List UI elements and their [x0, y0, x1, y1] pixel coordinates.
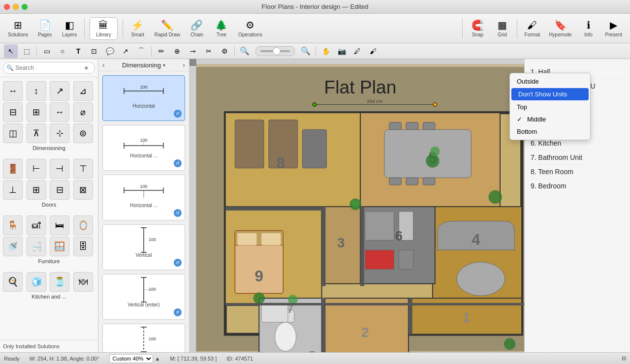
status-id: ID: 474571 [226, 356, 253, 362]
arrow-tool[interactable]: ↗ [119, 44, 132, 58]
room-9[interactable]: 9. Bedroom [531, 179, 624, 193]
kitchen-item-1[interactable]: 🍳 [3, 272, 23, 292]
rect-tool[interactable]: ▭ [40, 44, 54, 58]
dim-item-3[interactable]: ↗ [50, 81, 69, 101]
dim-item-8[interactable]: ⌀ [73, 102, 93, 122]
toolbar-tree[interactable]: 🌲 Tree [210, 17, 233, 39]
dim-item-5[interactable]: ⊟ [3, 102, 23, 122]
door-item-4[interactable]: ⊤ [73, 159, 93, 179]
textbox-tool[interactable]: ⊡ [87, 44, 101, 58]
toolbar-layers[interactable]: ◧ Layers [58, 17, 81, 39]
dim-item-12[interactable]: ⊚ [73, 123, 93, 143]
only-installed-button[interactable]: Only Installed Solutions [0, 340, 98, 352]
door-item-1[interactable]: 🚪 [3, 159, 23, 179]
zoom-plus-tool[interactable]: 🔍 [299, 44, 313, 58]
pan-tool[interactable]: ✋ [319, 44, 333, 58]
canvas-area[interactable]: Flat Plan 254 cm [189, 59, 524, 352]
pen-tool[interactable]: 🖊 [350, 44, 364, 58]
furn-item-1[interactable]: 🪑 [3, 215, 23, 235]
toolbar-library[interactable]: 🏛 Library [90, 17, 118, 40]
toolbar-operations[interactable]: ⚙ Operations [234, 17, 266, 39]
zoom-up-icon[interactable]: ▲ [155, 356, 160, 362]
kitchen-item-3[interactable]: 🫙 [50, 272, 69, 292]
furn-item-2[interactable]: 🛋 [27, 215, 46, 235]
dim-item-1[interactable]: ↔ [3, 81, 23, 101]
toolbar-present[interactable]: ▶ Present [601, 17, 626, 39]
dim-panel-vertical-enter[interactable]: 100 Vertical (enter) ↺ [102, 274, 185, 320]
pencil-tool[interactable]: ✏ [155, 44, 168, 58]
scissors-tool[interactable]: ✂ [202, 44, 216, 58]
panel-dropdown-arrow[interactable]: ▾ [163, 62, 165, 68]
door-item-5[interactable]: ⊥ [3, 180, 23, 200]
room-7[interactable]: 7. Bathroom Unit [531, 151, 624, 165]
door-item-7[interactable]: ⊟ [50, 180, 69, 200]
door-item-8[interactable]: ⊠ [73, 180, 93, 200]
minimize-button[interactable] [13, 4, 19, 10]
nav-next[interactable]: › [183, 61, 185, 69]
room-8[interactable]: 8. Teen Room [531, 165, 624, 179]
panel-toggle-icon[interactable]: ⊟ [622, 355, 626, 362]
text-tool[interactable]: T [71, 44, 85, 58]
brush-tool[interactable]: 🖌 [366, 44, 380, 58]
toolbar-grid[interactable]: ▦ Grid [490, 17, 514, 39]
zoom-select[interactable]: Custom 40% 25% 50% 75% 100% [109, 354, 153, 363]
furniture-grid: 🪑 🛋 🛏 🪞 🚿 🛁 🪟 🗄 [3, 215, 95, 256]
door-item-2[interactable]: ⊢ [27, 159, 46, 179]
furn-item-5[interactable]: 🚿 [3, 237, 23, 256]
menu-middle[interactable]: ✓ Middle [510, 113, 590, 125]
dim-panel-horizontal2[interactable]: 100 Horizontal ... ↺ [102, 125, 185, 171]
toolbar-solutions[interactable]: ⊞ Solutions [4, 17, 32, 39]
toolbar-snap[interactable]: 🧲 Snap [466, 17, 489, 39]
door-item-6[interactable]: ⊞ [27, 180, 46, 200]
dim-item-11[interactable]: ⊹ [50, 123, 69, 143]
dim-item-6[interactable]: ⊞ [27, 102, 46, 122]
callout-tool[interactable]: 💬 [103, 44, 117, 58]
maximize-button[interactable] [22, 4, 28, 10]
arc-tool[interactable]: ⌒ [134, 44, 148, 58]
furn-item-6[interactable]: 🛁 [27, 237, 46, 256]
furn-item-7[interactable]: 🪟 [50, 237, 69, 256]
dim-panel-vertical-dash[interactable]: 100 Vertical - ... ↺ [102, 324, 185, 352]
close-button[interactable] [4, 4, 10, 10]
toolbar-rapid-draw[interactable]: ✏️ Rapid Draw [151, 17, 184, 39]
dim-panel-horizontal3[interactable]: 100 Horizontal ... ↺ [102, 175, 185, 220]
dim-item-2[interactable]: ↕ [27, 81, 46, 101]
stamp-tool[interactable]: ⊕ [170, 44, 184, 58]
dim-item-10[interactable]: ⊼ [27, 123, 46, 143]
nav-prev[interactable]: ‹ [102, 61, 105, 69]
connect-tool[interactable]: ⊸ [186, 44, 200, 58]
camera-tool[interactable]: 📷 [335, 44, 348, 58]
toolbar-chain[interactable]: 🔗 Chain [185, 17, 209, 39]
toolbar-pages[interactable]: 📄 Pages [33, 17, 57, 39]
toolbar-smart[interactable]: ⚡ Smart [126, 17, 150, 39]
dim-item-4[interactable]: ⊿ [73, 81, 93, 101]
furn-item-3[interactable]: 🛏 [50, 215, 69, 235]
dim-panel-horizontal[interactable]: 100 Horizontal ↺ [102, 75, 185, 121]
dim-item-7[interactable]: ↔ [50, 102, 69, 122]
circle-tool[interactable]: ○ [56, 44, 69, 58]
search-input[interactable] [3, 62, 95, 74]
zoom-minus-tool[interactable]: 🔍 [238, 44, 252, 58]
menu-bottom[interactable]: Bottom [510, 125, 590, 138]
zoom-slider[interactable] [255, 46, 295, 56]
svg-text:1: 1 [463, 310, 470, 325]
furn-item-4[interactable]: 🪞 [73, 215, 93, 235]
furn-item-8[interactable]: 🗄 [73, 237, 93, 256]
zoom-control[interactable]: Custom 40% 25% 50% 75% 100% ▲ [109, 354, 160, 363]
multi-select-tool[interactable]: ⬚ [20, 44, 33, 58]
select-tool[interactable]: ↖ [4, 44, 18, 58]
door-item-3[interactable]: ⊣ [50, 159, 69, 179]
toolbar-info[interactable]: ℹ Info [577, 17, 600, 39]
canvas-inner[interactable]: Flat Plan 254 cm [196, 66, 524, 352]
toolbar-hypernote[interactable]: 🔖 Hypernote [545, 17, 575, 39]
kitchen-item-2[interactable]: 🧊 [27, 272, 46, 292]
menu-dont-show[interactable]: Don't Show Units [511, 88, 589, 100]
menu-top[interactable]: Top [510, 101, 590, 113]
toolbar-format[interactable]: 🖌 Format [520, 18, 544, 39]
dim-item-9[interactable]: ◫ [3, 123, 23, 143]
kitchen-item-4[interactable]: 🍽 [73, 272, 93, 292]
favorites-icon[interactable]: ★ [84, 64, 89, 71]
menu-outside[interactable]: Outside [510, 75, 590, 88]
gear-tool[interactable]: ⚙ [218, 44, 231, 58]
dim-panel-vertical[interactable]: 100 Vertical ↺ [102, 224, 185, 270]
